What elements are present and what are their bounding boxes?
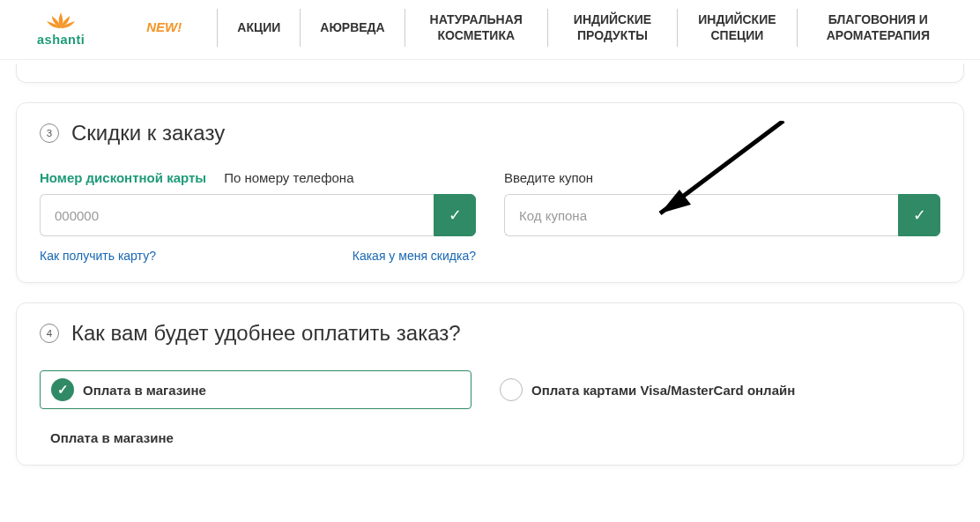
check-icon: ✓ — [449, 205, 462, 225]
coupon-input[interactable] — [504, 194, 898, 236]
nav: NEW! АКЦИИ АЮРВЕДА НАТУРАЛЬНАЯ КОСМЕТИКА… — [146, 9, 959, 47]
card-title: Как вам будет удобнее оплатить заказ? — [71, 321, 461, 346]
discount-card-input[interactable] — [40, 194, 434, 236]
radio-checked-icon: ✓ — [51, 378, 74, 401]
content: 3 Скидки к заказу Номер дисконтной карты… — [0, 60, 980, 501]
nav-item-cosmetics[interactable]: НАТУРАЛЬНАЯ КОСМЕТИКА — [405, 9, 547, 47]
nav-item-new[interactable]: NEW! — [146, 9, 217, 47]
card-title: Скидки к заказу — [71, 121, 225, 145]
selected-payment-summary: Оплата в магазине — [50, 430, 940, 445]
payment-option-store[interactable]: ✓ Оплата в магазине — [40, 370, 471, 409]
tab-phone-number[interactable]: По номеру телефона — [224, 170, 353, 185]
radio-unchecked-icon — [500, 378, 523, 401]
step-number: 3 — [40, 123, 59, 143]
card-header: 3 Скидки к заказу — [40, 121, 940, 145]
card-header: 4 Как вам будет удобнее оплатить заказ? — [40, 321, 940, 346]
logo-text: ashanti — [37, 33, 85, 47]
help-what-discount-link[interactable]: Какая у меня скидка? — [353, 249, 476, 263]
nav-item-ayurveda[interactable]: АЮРВЕДА — [300, 9, 404, 47]
header: ashanti NEW! АКЦИИ АЮРВЕДА НАТУРАЛЬНАЯ К… — [0, 0, 980, 60]
tab-card-number[interactable]: Номер дисконтной карты — [40, 170, 206, 185]
logo[interactable]: ashanti — [37, 9, 85, 47]
nav-item-aroma[interactable]: БЛАГОВОНИЯ И АРОМАТЕРАПИЯ — [797, 9, 959, 47]
help-get-card-link[interactable]: Как получить карту? — [40, 249, 156, 263]
payment-card: 4 Как вам будет удобнее оплатить заказ? … — [16, 302, 964, 466]
discount-submit-button[interactable]: ✓ — [434, 194, 476, 236]
coupon-label: Введите купон — [504, 170, 593, 185]
discounts-card: 3 Скидки к заказу Номер дисконтной карты… — [16, 102, 964, 283]
nav-item-products[interactable]: ИНДИЙСКИЕ ПРОДУКТЫ — [547, 9, 677, 47]
payment-option-card[interactable]: Оплата картами Visa/MasterCard онлайн — [489, 370, 806, 409]
nav-item-spices[interactable]: ИНДИЙСКИЕ СПЕЦИИ — [677, 9, 796, 47]
previous-card-fragment — [16, 63, 964, 83]
step-number: 4 — [40, 324, 59, 343]
nav-item-sales[interactable]: АКЦИИ — [217, 9, 300, 47]
payment-option-label: Оплата в магазине — [83, 383, 206, 398]
lotus-icon — [43, 9, 78, 32]
discount-tabs: Номер дисконтной карты По номеру телефон… — [40, 170, 476, 185]
payment-option-label: Оплата картами Visa/MasterCard онлайн — [531, 383, 795, 398]
coupon-submit-button[interactable]: ✓ — [898, 194, 940, 236]
check-icon: ✓ — [913, 205, 926, 225]
